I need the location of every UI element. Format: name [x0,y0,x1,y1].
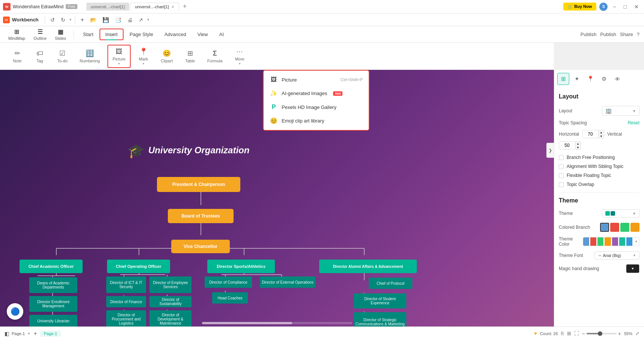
more-tool[interactable]: ⋯ More ▼ [230,45,249,67]
help-btn[interactable]: ? [637,32,639,37]
node-compliance[interactable]: Director of Compliance [205,277,252,288]
menu-page-style[interactable]: Page Style [124,29,158,39]
theme-color-select[interactable]: ▼ [583,237,639,246]
fullscreen-icon[interactable]: ⤢ [635,331,639,336]
node-operating[interactable]: Chief Operating Officer [107,260,170,273]
layout-select[interactable]: 🏢 ▼ [602,106,639,116]
todo-tool[interactable]: ☑ To-do [53,47,72,65]
minimize-btn[interactable]: − [611,4,618,10]
node-librarian[interactable]: University Librarian [29,315,77,326]
numbering-tool[interactable]: 🔢 Numbering [75,47,104,65]
dropdown-ai-images[interactable]: ✨ AI-generated Images Hot [264,86,369,100]
maximize-btn[interactable]: □ [621,4,629,10]
magic-drawing-color[interactable]: ▼ [626,264,639,273]
menu-view[interactable]: View [192,29,213,39]
print-btn[interactable]: 🖨 [125,16,135,24]
undo-arrow[interactable]: ▼ [69,18,72,21]
user-avatar[interactable]: S [599,3,608,11]
table-tool[interactable]: ⊞ Table [180,47,200,65]
node-procurement[interactable]: Director of Procurement and Logistics [106,310,146,326]
title-tab-1[interactable]: universit...-chart[1] [86,3,129,11]
share-btn[interactable]: Share [620,32,633,37]
outline-view-btn[interactable]: ☰ Outline [30,27,50,42]
save-btn[interactable]: 💾 [100,16,111,24]
vert-down-btn[interactable]: ▼ [575,145,581,149]
tab2-close[interactable]: ✕ [171,5,174,9]
copy-icon[interactable]: ⎘ [561,331,564,336]
node-trustees[interactable]: Board of Trustees [168,209,234,223]
vertical-spinner[interactable]: ▲ ▼ [575,141,581,150]
node-sustainability[interactable]: Director of Sustainability [149,296,192,307]
horiz-up-btn[interactable]: ▲ [599,130,604,134]
node-ict[interactable]: Director of ICT & IT Security [106,277,146,293]
dropdown-emoji[interactable]: 😊 Emoji clip art library [264,114,369,128]
swatch-1[interactable] [600,223,609,232]
formula-tool[interactable]: Σ Formula [203,47,227,65]
add-tab-btn[interactable]: + [180,3,190,11]
new-file-btn[interactable]: + [78,15,86,24]
open-file-btn[interactable]: 📂 [88,16,99,24]
node-protocol[interactable]: Chief of Protocol [369,278,412,289]
left-expand-toggle[interactable]: ❯ [546,143,554,158]
page-dropdown-arrow[interactable]: ▼ [27,332,30,335]
checkbox-flexible-box[interactable] [559,173,564,178]
theme-select[interactable]: ▼ [602,209,639,218]
checkbox-overlap-box[interactable] [559,182,564,187]
mindmap-view-btn[interactable]: ⊞ MindMap [5,27,29,42]
node-alumni[interactable]: Director Alumni Affairs & Advancement [319,260,417,273]
checkbox-alignment-box[interactable] [559,164,564,169]
node-finance[interactable]: Director of Finance [106,296,146,307]
checkbox-branch-free[interactable]: Branch Free Positioning [559,155,639,160]
undo-btn[interactable]: ↺ [48,16,57,24]
dropdown-pexels[interactable]: P Pexels HD Image Gallery [264,100,369,114]
export-btn[interactable]: ↗ [136,16,145,24]
vertical-input[interactable] [559,141,575,150]
zoom-slider-track[interactable] [587,333,617,334]
page-tag[interactable]: Page-1 [40,331,61,337]
checkbox-alignment[interactable]: Alignment With Sibling Topic [559,164,639,169]
rpanel-eye-tab[interactable]: 👁 [611,73,623,85]
title-tab-2[interactable]: universit...-chart[1] ✕ [130,3,179,11]
zoom-slider-thumb[interactable] [598,331,602,336]
node-strategic[interactable]: Director of Strategic Communications & M… [354,312,406,326]
dropdown-picture[interactable]: 🖼 Picture Ctrl+Shift+P [264,73,369,86]
zoom-plus-btn[interactable]: + [618,331,621,337]
theme-font-select[interactable]: ↔ Arial (Big) ▼ [594,251,639,260]
publish-btn[interactable]: Publish [581,32,597,37]
tag-tool[interactable]: 🏷 Tag [30,47,50,65]
menu-ai[interactable]: AI [214,29,229,39]
collapse-icon[interactable]: ◧ [5,331,9,337]
rpanel-gear-tab[interactable]: ⚙ [598,73,610,85]
node-student-exp[interactable]: Director of Student Experience [354,293,406,308]
buy-now-button[interactable]: 🛒 Buy Now [563,3,596,11]
node-academic[interactable]: Chief Academic Officer [20,260,83,273]
node-employee[interactable]: Director of Employee Services [149,277,192,293]
toolbar-more-arrow[interactable]: ▼ [147,18,150,21]
checkbox-flexible[interactable]: Flexible Floating Topic [559,173,639,178]
menu-advanced[interactable]: Advanced [159,29,192,39]
horizontal-input[interactable] [582,130,599,138]
publish-label[interactable]: Publish [600,32,616,37]
close-btn[interactable]: ✕ [632,4,641,10]
grid-icon[interactable]: ⊞ [567,331,571,336]
zoom-minus-btn[interactable]: − [582,331,585,337]
horizontal-spinner[interactable]: ▲ ▼ [599,130,604,138]
expand-icon[interactable]: ⛶ [574,331,579,336]
node-external[interactable]: Director of External Operations [260,277,315,288]
clipart-tool[interactable]: 😊 Clipart [156,47,177,65]
checkbox-overlap[interactable]: Topic Overlap [559,182,639,187]
node-enrollment[interactable]: Director Enrollment Management [29,296,77,312]
node-head-coaches[interactable]: Head Coaches [212,292,248,304]
node-vice-chancellor[interactable]: Vice Chancellor [171,240,230,253]
rpanel-pin-tab[interactable]: 📍 [584,73,596,85]
reset-btn[interactable]: Reset [628,120,639,125]
swatch-2[interactable] [610,223,619,232]
redo-btn[interactable]: ↻ [59,16,68,24]
swatch-3[interactable] [620,223,629,232]
swatch-4[interactable] [630,223,639,232]
menu-start[interactable]: Start [78,29,98,39]
vert-up-btn[interactable]: ▲ [575,142,581,145]
slides-view-btn[interactable]: ▦ Slides [51,27,70,42]
node-sports[interactable]: Director Sports/Athletics [207,260,275,273]
add-page-btn[interactable]: + [33,330,37,337]
